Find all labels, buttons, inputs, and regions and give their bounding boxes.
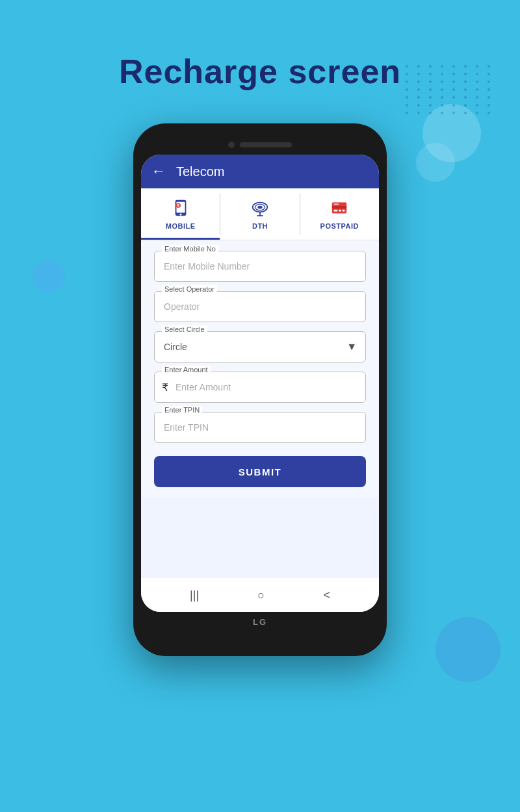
operator-label: Select Operator [162,285,217,293]
phone-top [141,135,379,155]
submit-button[interactable]: SUBMIT [154,456,366,487]
tpin-field-group: Enter TPIN [154,412,366,443]
speaker [240,142,292,147]
tab-mobile[interactable]: ₹ MOBILE [141,188,220,240]
circle-select[interactable]: Circle Delhi Mumbai Karnataka [154,331,366,362]
bg-blob-3 [32,260,65,292]
phone-brand-label: LG [253,617,267,627]
circle-label: Select Circle [162,325,207,333]
back-nav-icon[interactable]: < [323,589,330,602]
mobile-number-field-group: Enter Mobile No [154,251,366,282]
app-bar: ← Telecom [141,155,379,188]
svg-text:₹: ₹ [177,204,179,208]
circle-select-wrapper: Circle Delhi Mumbai Karnataka ▼ [154,331,366,362]
svg-point-2 [179,214,181,216]
svg-point-7 [257,206,262,209]
postpaid-tab-label: POSTPAID [320,222,359,230]
tpin-label: Enter TPIN [162,406,202,414]
tab-postpaid[interactable]: POSTPAID [300,188,379,240]
rupee-symbol-icon: ₹ [162,381,168,394]
home-nav-icon[interactable]: ○ [257,589,265,602]
operator-field-group: Select Operator [154,291,366,322]
circle-field-group: Select Circle Circle Delhi Mumbai Karnat… [154,331,366,362]
svg-rect-11 [332,206,346,209]
amount-input-wrapper: ₹ [154,372,366,403]
amount-label: Enter Amount [162,366,211,374]
dth-tab-label: DTH [252,222,268,230]
dth-tab-icon [248,196,272,220]
page-title: Recharge screen [0,52,520,91]
mobile-number-input[interactable] [154,251,366,282]
svg-rect-13 [339,210,341,212]
svg-rect-15 [334,203,339,205]
form-area: Enter Mobile No Select Operator Select C… [141,240,379,498]
front-camera [228,142,235,148]
svg-rect-12 [334,210,338,212]
bottom-navigation: ||| ○ < [141,578,379,612]
mobile-number-label: Enter Mobile No [162,245,218,253]
tab-bar: ₹ MOBILE [141,188,379,240]
amount-field-group: Enter Amount ₹ [154,372,366,403]
app-bar-title: Telecom [176,164,224,179]
recents-nav-icon[interactable]: ||| [190,589,199,602]
phone-wrapper: ← Telecom ₹ MOBILE [133,123,387,656]
phone-frame: ← Telecom ₹ MOBILE [133,123,387,656]
bg-blob-4 [436,617,500,682]
tab-dth[interactable]: DTH [220,188,299,240]
mobile-tab-icon: ₹ [169,196,192,220]
phone-bottom-bar: LG [141,612,379,631]
tpin-input[interactable] [154,412,366,443]
amount-input[interactable] [154,372,366,403]
operator-input[interactable] [154,291,366,322]
bg-blob-2 [416,143,455,182]
mobile-tab-label: MOBILE [166,222,196,230]
postpaid-tab-icon [328,196,351,220]
svg-rect-14 [343,210,345,212]
back-button[interactable]: ← [151,163,166,180]
phone-screen: ← Telecom ₹ MOBILE [141,155,379,612]
